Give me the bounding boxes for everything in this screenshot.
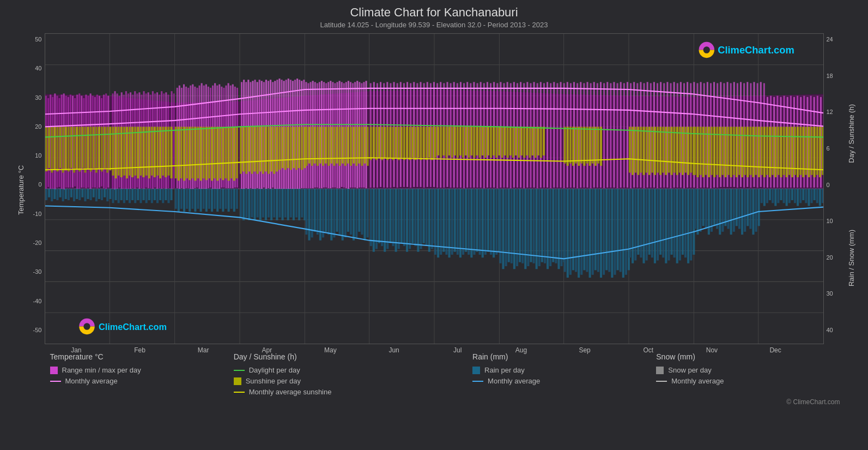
- svg-rect-819: [741, 189, 743, 235]
- x-month-apr: Apr: [235, 346, 299, 354]
- svg-rect-820: [744, 189, 746, 232]
- svg-rect-417: [369, 127, 372, 160]
- svg-rect-770: [608, 189, 610, 272]
- svg-rect-626: [214, 189, 216, 209]
- svg-rect-679: [361, 189, 363, 235]
- svg-rect-637: [245, 189, 247, 218]
- svg-rect-540: [752, 127, 754, 177]
- x-month-jan: Jan: [45, 346, 108, 354]
- svg-rect-670: [336, 189, 338, 232]
- svg-rect-574: [67, 189, 69, 200]
- svg-rect-577: [76, 189, 78, 199]
- svg-rect-455: [473, 127, 475, 158]
- svg-rect-561: [810, 127, 812, 175]
- svg-rect-508: [665, 127, 667, 175]
- svg-rect-310: [70, 127, 72, 168]
- svg-rect-680: [363, 189, 366, 241]
- svg-rect-655: [295, 189, 298, 218]
- svg-rect-789: [659, 189, 661, 255]
- svg-rect-835: [785, 189, 787, 206]
- svg-rect-410: [349, 127, 351, 166]
- svg-rect-685: [378, 189, 380, 243]
- svg-rect-643: [262, 189, 264, 218]
- svg-rect-681: [366, 189, 368, 237]
- svg-rect-381: [270, 127, 272, 171]
- svg-rect-402: [327, 127, 330, 166]
- svg-rect-580: [84, 189, 86, 201]
- svg-rect-360: [210, 127, 213, 181]
- svg-rect-832: [777, 189, 779, 203]
- svg-rect-635: [240, 189, 242, 218]
- svg-rect-373: [248, 127, 250, 171]
- svg-rect-346: [170, 127, 172, 178]
- svg-rect-601: [142, 189, 144, 200]
- svg-rect-324: [109, 127, 111, 170]
- svg-rect-370: [240, 127, 242, 173]
- svg-rect-629: [222, 189, 224, 212]
- svg-rect-380: [268, 127, 270, 173]
- svg-rect-771: [611, 189, 613, 278]
- svg-rect-798: [684, 189, 687, 257]
- svg-rect-630: [224, 189, 227, 209]
- svg-rect-569: [53, 189, 56, 199]
- svg-rect-421: [381, 127, 383, 160]
- svg-rect-676: [353, 189, 355, 241]
- svg-rect-347: [174, 127, 177, 178]
- svg-rect-794: [673, 189, 675, 257]
- svg-rect-342: [159, 127, 161, 178]
- svg-rect-805: [702, 189, 704, 226]
- svg-rect-323: [106, 127, 108, 172]
- svg-rect-309: [67, 127, 69, 171]
- svg-rect-738: [521, 189, 524, 263]
- svg-rect-806: [705, 189, 707, 229]
- svg-rect-505: [657, 127, 659, 172]
- svg-rect-330: [125, 127, 128, 178]
- svg-rect-587: [104, 189, 106, 197]
- svg-rect-714: [456, 189, 458, 255]
- svg-rect-745: [541, 189, 543, 262]
- svg-rect-468: [509, 127, 511, 155]
- svg-rect-689: [389, 189, 391, 243]
- svg-rect-604: [150, 189, 153, 203]
- svg-rect-785: [648, 189, 650, 255]
- svg-rect-345: [167, 127, 169, 175]
- svg-rect-641: [256, 189, 258, 218]
- svg-rect-802: [694, 189, 696, 229]
- svg-rect-470: [514, 127, 517, 155]
- svg-rect-386: [284, 127, 286, 170]
- svg-rect-322: [104, 127, 106, 168]
- svg-rect-579: [81, 189, 83, 197]
- svg-rect-537: [744, 127, 746, 175]
- svg-rect-317: [89, 127, 92, 171]
- svg-rect-792: [667, 189, 670, 260]
- svg-rect-368: [233, 127, 235, 181]
- svg-rect-472: [520, 127, 523, 155]
- svg-rect-436: [422, 127, 424, 158]
- svg-rect-460: [487, 127, 489, 155]
- svg-rect-816: [732, 189, 735, 232]
- svg-rect-221: [556, 83, 558, 187]
- svg-rect-222: [560, 82, 561, 188]
- svg-rect-763: [588, 189, 591, 278]
- svg-rect-607: [159, 189, 161, 200]
- svg-rect-235: [603, 83, 605, 188]
- svg-rect-725: [487, 189, 489, 252]
- svg-rect-584: [95, 189, 97, 201]
- svg-rect-733: [507, 189, 509, 262]
- svg-rect-578: [78, 189, 81, 200]
- svg-rect-831: [774, 189, 776, 206]
- svg-rect-511: [673, 127, 675, 172]
- svg-rect-340: [153, 127, 155, 177]
- svg-rect-503: [651, 127, 653, 172]
- svg-rect-501: [645, 127, 647, 172]
- svg-rect-818: [738, 189, 740, 229]
- svg-rect-593: [120, 189, 122, 200]
- copyright: © ClimeChart.com: [786, 398, 840, 406]
- svg-rect-783: [642, 189, 645, 263]
- svg-rect-502: [648, 127, 650, 175]
- svg-rect-535: [738, 127, 740, 175]
- svg-rect-638: [248, 189, 250, 220]
- svg-text:ClimeChart.com: ClimeChart.com: [718, 44, 794, 56]
- svg-rect-702: [425, 189, 427, 246]
- svg-rect-356: [199, 127, 202, 181]
